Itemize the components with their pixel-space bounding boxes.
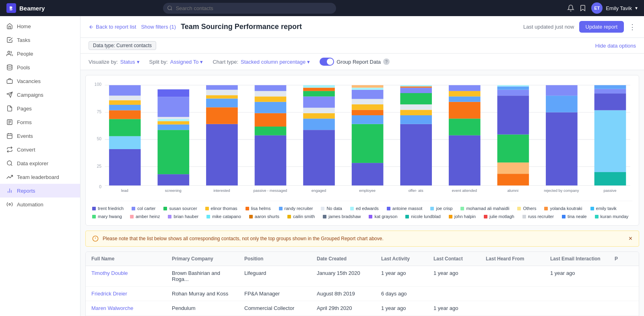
- search-bar[interactable]: [163, 3, 336, 14]
- legend-color: [590, 207, 594, 210]
- svg-text:passive: passive: [603, 189, 616, 193]
- col-header-last-activity: Last Activity: [376, 252, 428, 266]
- svg-rect-51: [206, 98, 238, 107]
- svg-point-1: [167, 6, 171, 10]
- tasks-icon: [6, 37, 13, 43]
- table-row: Maren Walworche Pendulum Commercial Coll…: [86, 301, 639, 316]
- col-header-p: P: [609, 252, 629, 266]
- hide-data-options-button[interactable]: Hide data options: [595, 43, 636, 49]
- sidebar-item-home[interactable]: Home: [0, 19, 80, 33]
- legend-label: antoine massot: [392, 206, 423, 211]
- svg-rect-80: [352, 88, 384, 90]
- search-icon: [167, 5, 173, 11]
- svg-rect-79: [352, 90, 384, 99]
- svg-rect-85: [400, 110, 432, 115]
- svg-rect-45: [158, 117, 190, 119]
- legend-item: joe crisp: [430, 206, 452, 211]
- convert-icon: [6, 146, 13, 153]
- svg-rect-90: [400, 85, 432, 86]
- svg-rect-84: [400, 115, 432, 124]
- sidebar-item-tasks[interactable]: Tasks: [0, 33, 80, 47]
- logo-text: Beamery: [19, 5, 45, 12]
- legend-color: [405, 215, 409, 218]
- sidebar-item-convert[interactable]: Convert: [0, 143, 80, 156]
- contact-company: Brown Bashirian and Roga...: [166, 266, 239, 286]
- chart-type-select[interactable]: Stacked column percentage ▾: [241, 59, 310, 65]
- svg-point-19: [9, 204, 10, 205]
- sidebar-item-people[interactable]: People: [0, 47, 80, 60]
- notifications-icon[interactable]: [567, 4, 574, 12]
- contact-company: Rohan Murray and Koss: [166, 287, 239, 301]
- svg-text:employee: employee: [359, 189, 376, 193]
- svg-rect-61: [255, 91, 287, 96]
- sidebar-label-campaigns: Campaigns: [17, 92, 43, 98]
- logo[interactable]: Beamery: [6, 3, 45, 13]
- sidebar-item-campaigns[interactable]: Campaigns: [0, 88, 80, 102]
- svg-rect-38: [109, 85, 141, 96]
- sidebar-item-pages[interactable]: Pages: [0, 102, 80, 115]
- help-icon[interactable]: ?: [383, 58, 390, 65]
- legend-label: ed edwards: [356, 206, 379, 211]
- legend-item: mary hwang: [92, 214, 122, 219]
- chart-legend: trent friedrichcol cartersusan sourcerel…: [92, 201, 632, 219]
- contact-last-email: 1 year ago: [545, 266, 609, 286]
- split-by-select[interactable]: Assigned To ▾: [170, 59, 203, 65]
- contact-name[interactable]: Timothy Double: [86, 266, 166, 286]
- sidebar-item-pools[interactable]: Pools: [0, 60, 80, 74]
- back-button[interactable]: Back to report list: [89, 24, 136, 30]
- svg-rect-110: [546, 85, 578, 96]
- contact-last-contact: 1 year ago: [428, 266, 480, 286]
- visualize-by-select[interactable]: Status ▾: [120, 59, 140, 65]
- svg-text:75: 75: [97, 110, 101, 114]
- chart-section: 100 75 50 25 0: [85, 75, 639, 226]
- sidebar-item-reports[interactable]: Reports: [0, 184, 80, 198]
- svg-rect-81: [352, 85, 384, 87]
- legend-color: [430, 207, 434, 210]
- update-report-button[interactable]: Update report: [579, 21, 624, 33]
- svg-text:50: 50: [97, 137, 101, 141]
- show-filters-button[interactable]: Show filters (1): [141, 24, 176, 30]
- reports-icon: [6, 187, 13, 194]
- svg-text:alumni: alumni: [507, 189, 518, 193]
- search-input[interactable]: [163, 3, 336, 14]
- svg-rect-83: [400, 124, 432, 185]
- svg-text:event attended: event attended: [452, 189, 477, 193]
- sidebar-item-data-explorer[interactable]: Data explorer: [0, 156, 80, 170]
- svg-rect-64: [303, 130, 335, 185]
- sidebar-item-vacancies[interactable]: Vacancies: [0, 74, 80, 88]
- more-options-button[interactable]: ⋮: [629, 23, 636, 31]
- pools-icon: [6, 64, 13, 71]
- bookmark-icon[interactable]: [579, 4, 586, 12]
- svg-rect-76: [352, 110, 384, 115]
- legend-color: [246, 207, 249, 210]
- sidebar-item-events[interactable]: Events: [0, 129, 80, 143]
- sidebar-item-team-leaderboard[interactable]: Team leaderboard: [0, 170, 80, 184]
- svg-rect-10: [7, 134, 12, 139]
- sidebar-label-pages: Pages: [17, 106, 32, 112]
- sidebar-item-automation[interactable]: Automation: [0, 198, 80, 211]
- svg-rect-70: [303, 88, 335, 91]
- user-name: Emily Tavik: [606, 5, 632, 11]
- col-header-last-heard: Last Heard From: [480, 252, 545, 266]
- visualize-label: Visualize by:: [89, 59, 118, 65]
- user-menu[interactable]: ET Emily Tavik ▾: [591, 2, 638, 14]
- legend-color: [163, 207, 167, 210]
- group-report-toggle[interactable]: [320, 58, 334, 66]
- svg-rect-5: [7, 80, 12, 83]
- legend-label: lisa helms: [251, 206, 271, 211]
- viz-controls: Visualize by: Status ▾ Split by: Assigne…: [80, 54, 644, 70]
- legend-item: aaron shurts: [249, 214, 279, 219]
- legend-label: russ recruiter: [528, 214, 554, 219]
- svg-rect-46: [158, 97, 190, 117]
- legend-item: james bradshaw: [323, 214, 361, 219]
- svg-text:offer- ats: offer- ats: [409, 189, 423, 193]
- svg-rect-67: [303, 108, 335, 113]
- notice-close-button[interactable]: ×: [629, 235, 632, 242]
- legend-item: cailin smith: [287, 214, 315, 219]
- contact-name[interactable]: Maren Walworche: [86, 301, 166, 315]
- contact-name[interactable]: Friedrick Dreier: [86, 287, 166, 301]
- col-header-position: Position: [239, 252, 311, 266]
- sidebar-item-forms[interactable]: Forms: [0, 115, 80, 129]
- svg-rect-58: [255, 113, 287, 127]
- svg-rect-97: [449, 85, 481, 91]
